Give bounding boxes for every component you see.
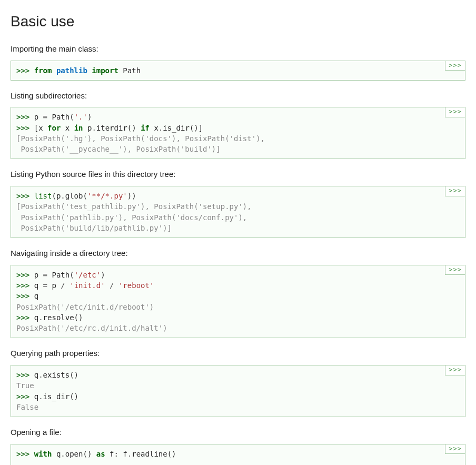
toggle-prompts-button[interactable]: >>> (445, 107, 465, 117)
code-content: >>> from pathlib import Path (16, 66, 141, 75)
toggle-prompts-button[interactable]: >>> (445, 186, 465, 196)
section-description: Navigating inside a directory tree: (11, 248, 465, 260)
toggle-prompts-button[interactable]: >>> (445, 265, 465, 275)
code-content: >>> with q.open() as f: f.readline() ...… (16, 450, 176, 465)
code-block: >>>>>> from pathlib import Path (11, 61, 465, 81)
section-heading: Basic use (11, 11, 465, 33)
code-content: >>> q.exists() True >>> q.is_dir() False (16, 371, 78, 411)
code-block: >>>>>> list(p.glob('**/*.py')) [PosixPat… (11, 186, 465, 238)
section-description: Listing subdirectories: (11, 90, 465, 102)
section-description: Opening a file: (11, 427, 465, 439)
code-block: >>>>>> p = Path('.') >>> [x for x in p.i… (11, 107, 465, 159)
code-block: >>>>>> p = Path('/etc') >>> q = p / 'ini… (11, 265, 465, 339)
code-block: >>>>>> q.exists() True >>> q.is_dir() Fa… (11, 365, 465, 417)
code-block: >>>>>> with q.open() as f: f.readline() … (11, 444, 465, 465)
toggle-prompts-button[interactable]: >>> (445, 365, 465, 375)
section-description: Listing Python source files in this dire… (11, 169, 465, 181)
code-content: >>> p = Path('.') >>> [x for x in p.iter… (16, 113, 265, 153)
section-description: Querying path properties: (11, 348, 465, 360)
code-content: >>> p = Path('/etc') >>> q = p / 'init.d… (16, 271, 167, 332)
section-description: Importing the main class: (11, 43, 465, 55)
toggle-prompts-button[interactable]: >>> (445, 61, 465, 71)
code-content: >>> list(p.glob('**/*.py')) [PosixPath('… (16, 192, 252, 232)
toggle-prompts-button[interactable]: >>> (445, 444, 465, 454)
